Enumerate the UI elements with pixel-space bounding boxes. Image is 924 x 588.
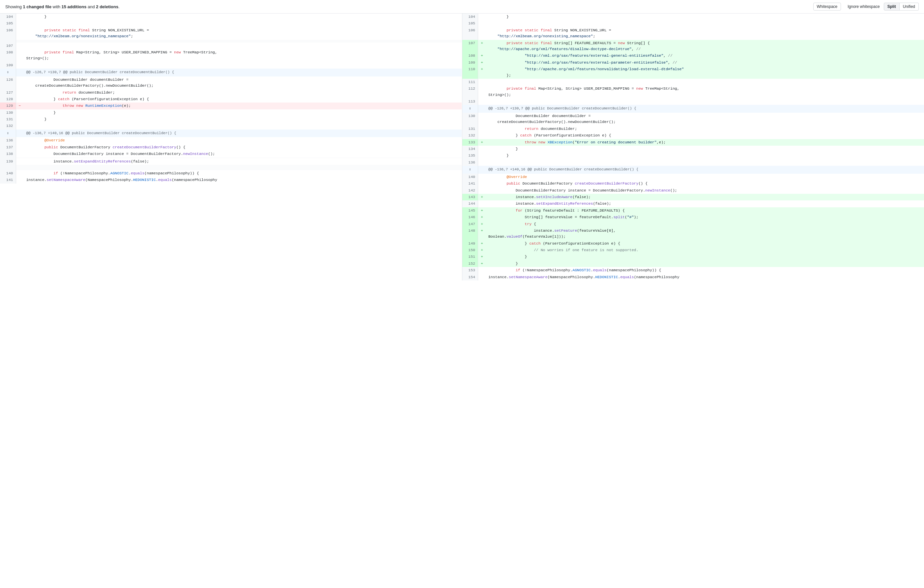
hunk-header-2-right: ⇕ @@ -136,7 +140,16 @@ public DocumentBu… <box>462 166 924 174</box>
line-marker <box>478 267 486 274</box>
line-marker: + <box>478 247 486 253</box>
right-pane: 104 } 105 106 private static final Strin… <box>462 13 924 281</box>
right-diff-table: 104 } 105 106 private static final Strin… <box>462 13 924 281</box>
line-number: 127 <box>0 89 16 96</box>
line-code: @Override <box>486 174 924 180</box>
line-number: 106 <box>462 27 478 40</box>
table-row: 135 } <box>462 152 924 159</box>
line-number: 131 <box>0 116 16 122</box>
line-code <box>486 159 924 166</box>
line-marker: + <box>478 214 486 220</box>
line-number: 142 <box>462 187 478 194</box>
line-marker <box>478 113 486 126</box>
line-number: 112 <box>462 85 478 98</box>
line-code: String[] featureValue = featureDefault.s… <box>486 214 924 220</box>
left-pane: 104 } 105 106 private static final Strin… <box>0 13 462 281</box>
line-number: 111 <box>462 79 478 85</box>
line-code: private static final String NON_EXISTING… <box>23 27 462 40</box>
line-number: 148 <box>462 228 478 240</box>
view-controls: Whitespace Ignore whitespace Split Unifi… <box>813 3 919 10</box>
line-number: 136 <box>462 159 478 166</box>
table-row: 105 <box>0 20 462 27</box>
table-row: 133 + throw new XBException("Error on cr… <box>462 139 924 146</box>
line-number: 104 <box>462 13 478 20</box>
line-code: } <box>23 109 462 116</box>
line-marker: + <box>478 221 486 228</box>
line-number: 132 <box>0 122 16 129</box>
line-code: private static final String[] FEATURE_DE… <box>486 40 924 53</box>
line-code <box>486 79 924 85</box>
line-number: 146 <box>462 214 478 220</box>
line-code: instance.setFeature(featureValue[0], Boo… <box>486 228 924 240</box>
table-row: 138 DocumentBuilderFactory instance = Do… <box>0 150 462 157</box>
split-button[interactable]: Split <box>884 3 899 10</box>
table-row: 146 + String[] featureValue = featureDef… <box>462 214 924 220</box>
table-row: 105 <box>462 20 924 27</box>
line-marker: + <box>478 253 486 260</box>
line-marker <box>478 146 486 152</box>
table-row: 110 + "http://apache.org/xml/features/no… <box>462 66 924 79</box>
line-marker <box>478 105 486 113</box>
line-number: 107 <box>462 40 478 53</box>
line-marker <box>16 62 23 69</box>
line-number: 104 <box>0 13 16 20</box>
table-row: 144 instance.setExpandEntityReferences(f… <box>462 200 924 207</box>
table-row: 109 <box>0 62 462 69</box>
table-row: 150 + // No worries if one feature is no… <box>462 247 924 253</box>
hunk-expand-2[interactable]: ⇕ <box>0 129 16 137</box>
line-code: throw new XBException("Error on creating… <box>486 139 924 146</box>
line-marker <box>478 274 486 281</box>
unified-button[interactable]: Unified <box>899 3 919 10</box>
line-code <box>486 98 924 105</box>
line-number: 139 <box>0 158 16 165</box>
hunk-expand[interactable]: ⇕ <box>0 69 16 76</box>
line-marker <box>478 152 486 159</box>
line-marker <box>478 132 486 139</box>
line-number: 106 <box>0 27 16 40</box>
ignore-whitespace-button[interactable]: Ignore whitespace <box>845 3 882 10</box>
line-marker <box>16 129 23 137</box>
table-row: 154 instance.setNamespaceAware(Namespace… <box>462 274 924 281</box>
table-row: 126 DocumentBuilder documentBuilder = cr… <box>0 76 462 89</box>
line-code: private static final String NON_EXISTING… <box>486 27 924 40</box>
line-marker: + <box>478 207 486 214</box>
table-row: 140 @Override <box>462 174 924 180</box>
line-code: public DocumentBuilderFactory createDocu… <box>23 144 462 150</box>
line-marker <box>478 126 486 132</box>
line-number: 132 <box>462 132 478 139</box>
line-code: } <box>486 152 924 159</box>
line-code: @Override <box>23 137 462 144</box>
line-marker: + <box>478 194 486 200</box>
line-marker: + <box>478 240 486 247</box>
hunk-expand-2-right[interactable]: ⇕ <box>462 166 478 174</box>
table-row: 108 private final Map<String, String> US… <box>0 49 462 62</box>
line-number: 141 <box>0 177 16 183</box>
table-row: 147 + try { <box>462 221 924 228</box>
line-number: 137 <box>0 144 16 150</box>
line-marker <box>478 159 486 166</box>
line-marker <box>16 13 23 20</box>
table-row: 153 if (!NamespacePhilosophy.AGNOSTIC.eq… <box>462 267 924 274</box>
line-marker <box>16 109 23 116</box>
line-code: private final Map<String, String> USER_D… <box>486 85 924 98</box>
line-number: 149 <box>462 240 478 247</box>
table-row: 112 private final Map<String, String> US… <box>462 85 924 98</box>
line-number: 151 <box>462 253 478 260</box>
line-marker <box>478 27 486 40</box>
line-marker <box>16 96 23 102</box>
hunk-header-text-2-right: @@ -136,7 +140,16 @@ public DocumentBuil… <box>486 166 924 174</box>
table-row: 139 instance.setExpandEntityReferences(f… <box>0 158 462 165</box>
line-marker <box>478 200 486 207</box>
top-bar: Showing 1 changed file with 15 additions… <box>0 0 924 13</box>
hunk-expand-right[interactable]: ⇕ <box>462 105 478 113</box>
line-code: if (!NamespacePhilosophy.AGNOSTIC.equals… <box>486 267 924 274</box>
line-marker <box>478 13 486 20</box>
table-row: 131 return documentBuilder; <box>462 126 924 132</box>
line-code: private final Map<String, String> USER_D… <box>23 49 462 62</box>
line-marker: + <box>478 139 486 146</box>
line-marker <box>16 170 23 177</box>
line-number: 140 <box>0 170 16 177</box>
whitespace-button[interactable]: Whitespace <box>813 3 841 10</box>
line-marker <box>16 116 23 122</box>
line-number: 150 <box>462 247 478 253</box>
